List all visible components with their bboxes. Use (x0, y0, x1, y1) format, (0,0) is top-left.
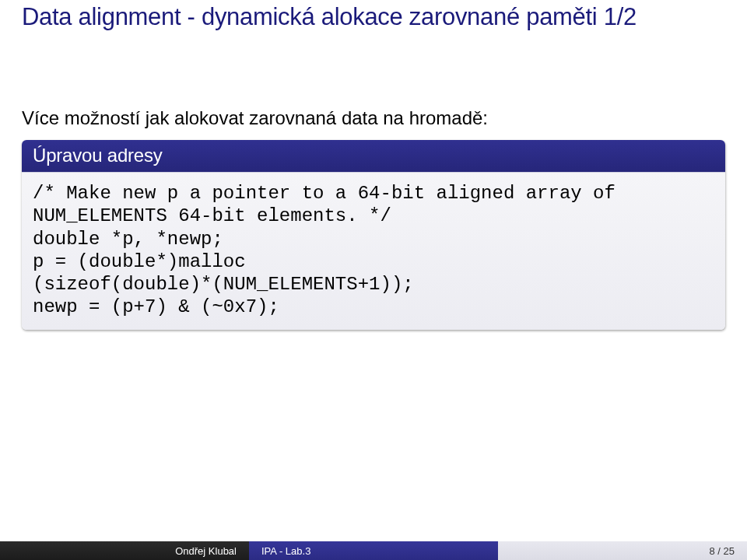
code-listing: /* Make new p a pointer to a 64-bit alig… (33, 182, 714, 319)
slide-content: Více možností jak alokovat zarovnaná dat… (0, 37, 747, 330)
slide-title: Data alignment - dynamická alokace zarov… (0, 0, 747, 37)
footer-page-number: 8 / 25 (498, 541, 747, 560)
example-block: Úpravou adresy /* Make new p a pointer t… (22, 140, 725, 330)
block-body: /* Make new p a pointer to a 64-bit alig… (22, 172, 725, 330)
footer-author: Ondřej Klubal (0, 541, 249, 560)
footer: Ondřej Klubal IPA - Lab.3 8 / 25 (0, 541, 747, 560)
slide: Data alignment - dynamická alokace zarov… (0, 0, 747, 560)
footer-short-title: IPA - Lab.3 (249, 541, 498, 560)
lead-text: Více možností jak alokovat zarovnaná dat… (22, 107, 725, 129)
block-header: Úpravou adresy (22, 140, 725, 172)
